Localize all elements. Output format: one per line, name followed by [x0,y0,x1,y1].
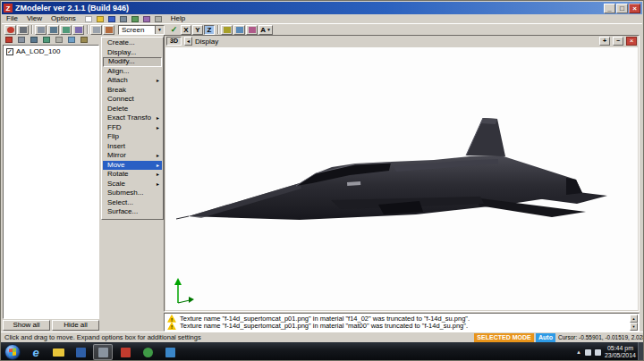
chevron-down-icon[interactable]: ▼ [155,26,164,34]
paint-icon[interactable] [246,25,258,35]
command-align[interactable]: Align... [103,67,162,77]
file-explorer-icon[interactable] [48,344,68,360]
menu-options[interactable]: Options [47,14,80,23]
start-button[interactable] [4,344,21,360]
font-options-button[interactable]: A ▼ [258,25,273,35]
freeze-object-icon[interactable] [66,35,77,44]
command-attach[interactable]: Attach► [103,76,162,86]
zoom-in-icon[interactable]: + [599,37,610,46]
select-mode-icon[interactable] [4,25,16,35]
zmodeler-taskbar-icon[interactable] [93,344,113,360]
cursor-coordinates: Cursor: -0.55901, -0.01519, 2.02821 [558,333,644,342]
menu-view[interactable]: View [22,14,47,23]
show-all-button[interactable]: Show all [3,320,50,331]
app-blue-icon[interactable] [160,344,180,360]
viewport-close-icon[interactable]: × [626,37,637,46]
app-green-icon[interactable] [138,344,157,360]
command-flip[interactable]: Flip [103,132,162,142]
filter-vertices-icon[interactable] [16,35,27,44]
checkbox-checked-icon[interactable]: ✓ [6,48,13,55]
link-icon[interactable] [233,25,245,35]
clear-filter-icon[interactable] [4,35,14,44]
open-folder-icon[interactable] [95,15,106,23]
command-insert[interactable]: Insert [103,142,162,152]
menu-file[interactable]: File [2,14,22,23]
maximize-button[interactable]: □ [616,4,628,13]
properties-icon[interactable] [79,35,89,44]
command-label: Attach [107,76,128,84]
command-select[interactable]: Select... [103,198,162,208]
submenu-arrow-icon: ► [156,161,160,171]
command-surface[interactable]: Surface... [103,207,162,217]
command-rotate[interactable]: Rotate► [103,170,162,180]
tree-item[interactable]: ✓ AA_LOD_100 [4,46,98,57]
command-connect[interactable]: Connect [103,95,162,105]
app-red-icon[interactable] [115,344,135,360]
axis-z-button[interactable]: Z [204,25,215,35]
tray-network-icon[interactable] [585,349,591,356]
internet-explorer-icon[interactable]: e [26,344,46,360]
command-exact-transform[interactable]: Exact Transfo► [103,113,162,123]
zoom-out-icon[interactable]: − [613,37,623,46]
space-mode-select[interactable]: Screen ▼ [118,25,165,35]
command-break[interactable]: Break [103,86,162,96]
lock-icon[interactable] [221,25,233,35]
command-label: FFD [107,123,122,131]
filter-edges-icon[interactable] [29,35,39,44]
command-modify[interactable]: Modify... [103,57,162,67]
command-create[interactable]: Create... [103,38,162,48]
command-move[interactable]: Move► [103,161,162,171]
status-hint: Click and drag to move. Expand options b… [4,333,201,342]
import-icon[interactable] [118,15,129,23]
command-submesh[interactable]: Submesh... [103,189,162,198]
commit-check-icon[interactable]: ✓ [168,25,180,34]
command-label: Scale [107,180,125,188]
magnet-snap-icon[interactable] [103,25,114,35]
objects-mode-icon[interactable] [72,25,84,35]
faces-mode-icon[interactable] [60,25,72,35]
display-dropdown[interactable]: Display [195,38,218,46]
scroll-up-icon[interactable]: ▲ [630,315,638,323]
axis-y-button[interactable]: Y [192,25,203,35]
filter-faces-icon[interactable] [41,35,52,44]
axis-x-button[interactable]: X [181,25,191,35]
edges-mode-icon[interactable] [47,25,59,35]
snap-grid-icon[interactable] [90,25,102,35]
settings-icon[interactable] [153,15,164,23]
aircraft-model[interactable] [165,47,638,310]
export-icon[interactable] [130,15,140,23]
tray-chevron-icon[interactable]: ▲ [576,349,581,355]
new-file-icon[interactable] [83,15,94,23]
command-label: Submesh... [107,189,143,197]
viewport-canvas[interactable] [165,47,638,310]
command-scale[interactable]: Scale► [103,180,162,189]
font-options-label: A [260,26,266,34]
log-scrollbar[interactable]: ▲ ▼ [630,315,638,330]
command-label: Modify... [108,57,135,65]
command-delete[interactable]: Delete [103,105,162,114]
command-mirror[interactable]: Mirror► [103,151,162,161]
scroll-down-icon[interactable]: ▼ [630,323,638,331]
hide-object-icon[interactable] [54,35,64,44]
menu-help[interactable]: Help [166,14,190,23]
command-ffd[interactable]: FFD► [103,123,162,133]
back-arrow-icon[interactable]: ◄ [184,37,192,46]
save-icon[interactable] [106,15,117,23]
taskbar-clock[interactable]: 05:44 pm 23/05/2014 [605,345,636,359]
vertices-mode-icon[interactable] [35,25,47,35]
undo-icon[interactable] [141,15,152,23]
submenu-arrow-icon: ► [156,76,160,86]
tray-volume-icon[interactable] [595,349,601,356]
close-button[interactable]: × [629,4,640,13]
chevron-down-icon: ▼ [267,27,271,32]
warning-row[interactable]: ! Texture name "f-14d_supertomcat_p01.pn… [167,323,628,331]
auto-mode-button[interactable]: Auto [536,333,555,342]
media-player-icon[interactable] [71,344,90,360]
command-display[interactable]: Display... [103,48,162,58]
warning-row[interactable]: ! Texture name "f-14d_supertomcat_p01.pn… [167,315,628,323]
view-mode-button[interactable]: 3D [166,37,182,46]
show-desktop-button[interactable] [638,342,644,361]
camera-icon[interactable] [17,25,29,35]
minimize-button[interactable]: _ [604,4,615,13]
hide-all-button[interactable]: Hide all [52,320,99,331]
